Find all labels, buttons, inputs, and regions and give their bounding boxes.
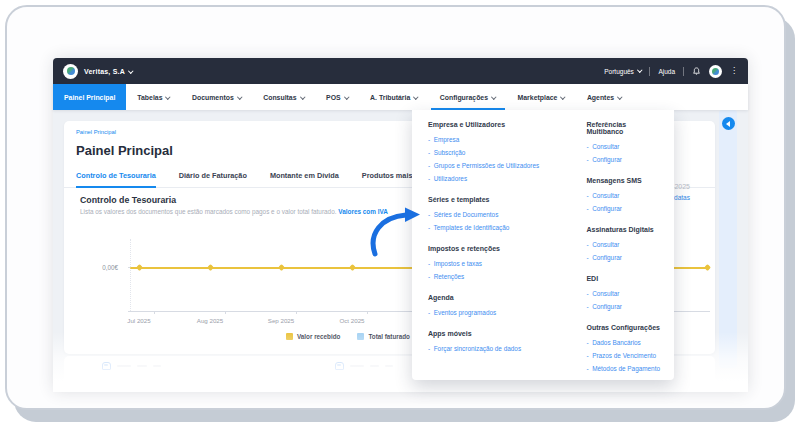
data-point-marker	[277, 264, 284, 271]
nav-item-label: POS	[326, 94, 341, 101]
chevron-down-icon	[237, 95, 242, 100]
iva-values-link[interactable]: Valores com IVA	[338, 208, 388, 215]
menu-link-consultar[interactable]: Consultar	[586, 140, 660, 153]
chevron-down-icon	[300, 95, 305, 100]
x-axis-tick	[296, 311, 297, 314]
veritas-logo	[63, 64, 78, 79]
chevron-down-icon	[637, 67, 642, 72]
menu-group-title: Agenda	[428, 294, 572, 301]
menu-link-dados-banc-rios[interactable]: Dados Bancários	[586, 336, 660, 349]
nav-item-a-tribut-ria[interactable]: A. Tributária	[359, 84, 429, 110]
configuracoes-dropdown: Empresa e UtilizadoresEmpresaSubscriçãoG…	[412, 110, 674, 380]
help-link[interactable]: Ajuda	[658, 68, 675, 75]
menu-link-grupos-e-permiss-es-de-utilizadores[interactable]: Grupos e Permissões de Utilizadores	[428, 159, 572, 172]
nav-item-label: Configurações	[440, 94, 488, 101]
nav-item-consultas[interactable]: Consultas	[252, 84, 315, 110]
x-axis-tick-label: Sep 2025	[259, 317, 303, 324]
nav-item-label: A. Tributária	[370, 94, 410, 101]
nav-item-tabelas[interactable]: Tabelas	[126, 84, 181, 110]
menu-link-configurar[interactable]: Configurar	[586, 251, 660, 264]
x-axis-tick	[367, 311, 368, 314]
menu-link-utilizadores[interactable]: Utilizadores	[428, 172, 572, 185]
menu-group-title: Mensagens SMS	[586, 177, 660, 184]
nav-item-pos[interactable]: POS	[315, 84, 359, 110]
menu-group-assinaturas-digitais: Assinaturas DigitaisConsultarConfigurar	[586, 226, 660, 264]
topbar: Veritas, S.A Português Ajuda ⋮	[53, 58, 748, 84]
chevron-down-icon	[561, 95, 566, 100]
collapsed-side-panel	[719, 110, 737, 368]
plot-left-gridline	[130, 239, 131, 311]
data-point-marker	[703, 264, 710, 271]
menu-link-consultar[interactable]: Consultar	[586, 287, 660, 300]
menu-link-consultar[interactable]: Consultar	[586, 238, 660, 251]
nav-item-label: Marketplace	[518, 94, 558, 101]
menu-group-outras-configura-es: Outras ConfiguraçõesDados BancáriosPrazo…	[586, 324, 660, 375]
menu-link-configurar[interactable]: Configurar	[586, 202, 660, 215]
menu-group-impostos-e-reten-es: Impostos e retençõesImpostos e taxasRete…	[428, 245, 572, 283]
bell-icon[interactable]	[692, 67, 701, 76]
app-window: Veritas, S.A Português Ajuda ⋮ Painel Pr…	[53, 58, 748, 392]
company-name[interactable]: Veritas, S.A	[84, 68, 125, 75]
menu-group-mensagens-sms: Mensagens SMSConsultarConfigurar	[586, 177, 660, 215]
dropdown-left-column: Empresa e UtilizadoresEmpresaSubscriçãoG…	[428, 121, 572, 370]
x-axis-tick-label: Aug 2025	[188, 317, 232, 324]
panel-collapse-button[interactable]	[722, 117, 735, 130]
menu-link-templates-de-identifica-o[interactable]: Templates de Identificação	[428, 221, 572, 234]
tab-di-rio-de-fatura-o[interactable]: Diário de Faturação	[179, 171, 247, 188]
breadcrumb[interactable]: Painel Principal	[76, 129, 116, 135]
nav-item-label: Painel Principal	[64, 94, 115, 101]
language-selector[interactable]: Português	[604, 68, 641, 75]
menu-group-apps-m-veis: Apps móveisForçar sincronização de dados	[428, 330, 572, 355]
content-area: Painel Principal Painel Principal Contro…	[53, 110, 748, 392]
kebab-menu-icon[interactable]: ⋮	[730, 67, 738, 75]
veritas-logo-mark	[67, 67, 75, 75]
menu-link-subscri-o[interactable]: Subscrição	[428, 146, 572, 159]
avatar-logo-mark	[712, 68, 719, 75]
chart-description: Lista os valores dos documentos que estã…	[80, 208, 388, 215]
menu-link-consultar[interactable]: Consultar	[586, 189, 660, 202]
page-title: Painel Principal	[76, 143, 173, 158]
dashboard-tabs: Controlo de TesourariaDiário de Faturaçã…	[76, 171, 447, 188]
menu-link-eventos-programados[interactable]: Eventos programados	[428, 306, 572, 319]
x-axis-tick-label: Jul 2025	[117, 317, 161, 324]
nav-item-label: Tabelas	[137, 94, 162, 101]
nav-item-marketplace[interactable]: Marketplace	[507, 84, 576, 110]
nav-item-painel-principal[interactable]: Painel Principal	[53, 84, 126, 110]
dropdown-right-column: Referências MultibancoConsultarConfigura…	[586, 121, 660, 370]
divider	[683, 67, 684, 76]
chevron-down-icon	[617, 95, 622, 100]
menu-group-refer-ncias-multibanco: Referências MultibancoConsultarConfigura…	[586, 121, 660, 166]
menu-link-m-todos-de-pagamento[interactable]: Métodos de Pagamento	[586, 362, 660, 375]
data-point-marker	[135, 264, 142, 271]
menu-group-title: Impostos e retenções	[428, 245, 572, 252]
menu-link-configurar[interactable]: Configurar	[586, 153, 660, 166]
divider	[649, 67, 650, 76]
menu-group-title: Outras Configurações	[586, 324, 660, 331]
menu-link-configurar[interactable]: Configurar	[586, 300, 660, 313]
tab-montante-em-d-vida[interactable]: Montante em Dívida	[270, 171, 339, 188]
nav-item-agentes[interactable]: Agentes	[576, 84, 633, 110]
menu-group-edi: EDIConsultarConfigurar	[586, 275, 660, 313]
user-avatar[interactable]	[709, 65, 722, 78]
menu-link-impostos-e-taxas[interactable]: Impostos e taxas	[428, 257, 572, 270]
chart-title: Controlo de Tesouraria	[80, 195, 176, 205]
menu-group-title: Empresa e Utilizadores	[428, 121, 572, 128]
chevron-left-icon	[726, 121, 730, 127]
menu-link-prazos-de-vencimento[interactable]: Prazos de Vencimento	[586, 349, 660, 362]
nav-item-documentos[interactable]: Documentos	[181, 84, 252, 110]
chevron-down-icon	[344, 95, 349, 100]
tab-controlo-de-tesouraria[interactable]: Controlo de Tesouraria	[76, 171, 156, 188]
menu-link-empresa[interactable]: Empresa	[428, 133, 572, 146]
menu-group-title: EDI	[586, 275, 660, 282]
chevron-down-icon	[128, 69, 133, 74]
main-nav: Painel PrincipalTabelasDocumentosConsult…	[53, 84, 748, 110]
menu-group-title: Assinaturas Digitais	[586, 226, 660, 233]
menu-group-title: Apps móveis	[428, 330, 572, 337]
menu-link-s-ries-de-documentos[interactable]: Séries de Documentos	[428, 208, 572, 221]
nav-item-label: Documentos	[192, 94, 234, 101]
x-axis-tick	[154, 311, 155, 314]
menu-link-for-ar-sincroniza-o-de-dados[interactable]: Forçar sincronização de dados	[428, 342, 572, 355]
nav-item-configura-es[interactable]: Configurações	[429, 84, 507, 110]
menu-link-reten-es[interactable]: Retenções	[428, 270, 572, 283]
x-axis-tick	[225, 311, 226, 314]
